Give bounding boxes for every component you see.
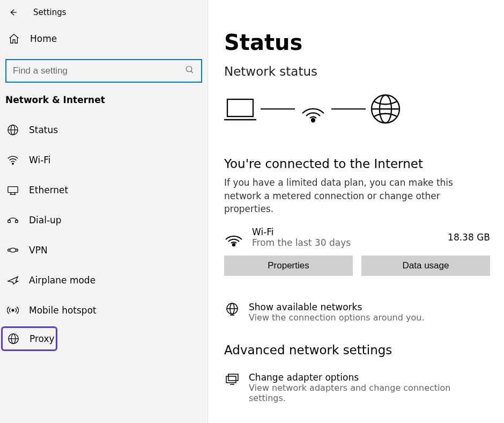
svg-point-25 xyxy=(233,244,235,246)
vpn-icon xyxy=(6,244,19,257)
adapter-icon xyxy=(224,372,240,388)
wifi-diagram-icon xyxy=(299,95,327,123)
status-icon xyxy=(6,123,19,136)
adapter-title: Change adapter options xyxy=(249,372,490,383)
topbar-title: Settings xyxy=(33,8,66,17)
ethernet-icon xyxy=(6,184,19,196)
sidebar-item-label: Proxy xyxy=(29,333,55,344)
svg-point-1 xyxy=(186,66,192,72)
sidebar-item-hotspot[interactable]: Mobile hotspot xyxy=(0,295,207,325)
sidebar-item-label: Mobile hotspot xyxy=(29,305,97,316)
airplane-icon xyxy=(6,274,19,287)
properties-button[interactable]: Properties xyxy=(224,256,353,276)
sidebar-item-proxy[interactable]: Proxy xyxy=(1,326,57,351)
svg-rect-11 xyxy=(8,220,11,223)
connection-name: Wi-Fi xyxy=(252,227,439,237)
sidebar-item-ethernet[interactable]: Ethernet xyxy=(0,175,207,205)
sidebar-item-label: VPN xyxy=(29,245,48,256)
svg-rect-31 xyxy=(226,376,236,383)
nav-list: Status Wi-Fi Eth xyxy=(0,115,207,351)
svg-rect-12 xyxy=(16,220,18,223)
hotspot-icon xyxy=(6,304,19,317)
adapter-sub: View network adapters and change connect… xyxy=(249,383,490,403)
proxy-icon xyxy=(7,332,20,345)
page-title: Status xyxy=(224,30,490,55)
connection-row: Wi-Fi From the last 30 days 18.38 GB xyxy=(224,227,490,248)
topbar: Settings xyxy=(0,0,207,25)
show-networks-link[interactable]: Show available networks View the connect… xyxy=(224,302,490,323)
settings-sidebar: Settings Home Network & Internet xyxy=(0,0,208,423)
adapter-options-link[interactable]: Change adapter options View network adap… xyxy=(224,372,490,403)
connection-usage: 18.38 GB xyxy=(448,232,490,243)
svg-point-21 xyxy=(312,119,315,122)
svg-rect-19 xyxy=(227,99,253,116)
home-label: Home xyxy=(30,33,57,44)
home-icon xyxy=(8,32,20,45)
search-wrap xyxy=(5,59,202,83)
sidebar-item-airplane[interactable]: Airplane mode xyxy=(0,265,207,295)
svg-point-13 xyxy=(8,249,10,251)
show-networks-title: Show available networks xyxy=(249,302,424,312)
svg-point-14 xyxy=(16,249,18,251)
sidebar-item-wifi[interactable]: Wi-Fi xyxy=(0,145,207,175)
connection-line xyxy=(261,108,295,110)
sidebar-item-label: Airplane mode xyxy=(29,275,95,286)
sidebar-item-label: Status xyxy=(29,125,58,135)
search-icon xyxy=(185,65,195,77)
back-icon[interactable] xyxy=(8,7,18,18)
sidebar-item-label: Ethernet xyxy=(29,185,68,195)
svg-rect-7 xyxy=(8,187,18,193)
svg-rect-32 xyxy=(228,374,238,381)
networks-globe-icon xyxy=(224,302,240,318)
sidebar-item-label: Wi-Fi xyxy=(29,155,51,165)
connected-heading: You're connected to the Internet xyxy=(224,157,490,171)
connection-line xyxy=(331,108,366,110)
action-buttons: Properties Data usage xyxy=(224,256,490,276)
sidebar-home[interactable]: Home xyxy=(2,25,207,53)
main-panel: Status Network status xyxy=(208,0,504,423)
network-diagram xyxy=(224,93,490,125)
svg-line-2 xyxy=(191,71,193,73)
sidebar-item-label: Dial-up xyxy=(29,215,62,225)
wifi-small-icon xyxy=(224,228,243,247)
globe-icon xyxy=(370,93,401,125)
svg-point-6 xyxy=(12,163,13,164)
connection-sub: From the last 30 days xyxy=(252,237,439,248)
wifi-icon xyxy=(6,154,19,166)
section-network-status: Network status xyxy=(224,64,490,78)
sidebar-item-vpn[interactable]: VPN xyxy=(0,235,207,265)
search-input[interactable] xyxy=(5,59,202,83)
dialup-icon xyxy=(6,214,19,227)
sidebar-item-dialup[interactable]: Dial-up xyxy=(0,205,207,235)
sidebar-item-status[interactable]: Status xyxy=(0,115,207,145)
laptop-icon xyxy=(224,96,256,122)
data-usage-button[interactable]: Data usage xyxy=(361,256,490,276)
show-networks-sub: View the connection options around you. xyxy=(249,312,424,323)
advanced-settings-title: Advanced network settings xyxy=(224,343,490,357)
category-title: Network & Internet xyxy=(5,94,207,105)
svg-point-15 xyxy=(12,309,14,311)
connected-description: If you have a limited data plan, you can… xyxy=(224,176,490,216)
